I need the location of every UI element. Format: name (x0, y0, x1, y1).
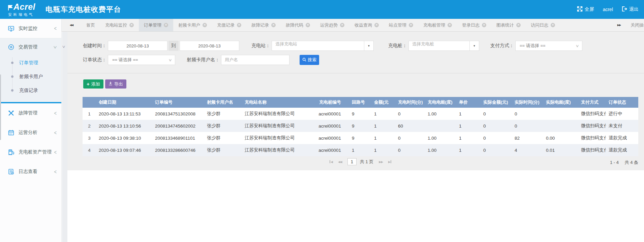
date-from-input[interactable]: 2020-08-13 (108, 41, 167, 51)
tab-chart-stats[interactable]: 图表统计✕ (491, 19, 526, 31)
col-charge-energy: 充电电能(度) (425, 97, 456, 108)
table-row[interactable]: 42020-08-13 09:07:462008133286600746张少群江… (83, 144, 638, 156)
pile-select[interactable]: 选择充电桩 ▼ (408, 41, 479, 51)
acrel-logo: Acrel 安科瑞电气 (8, 3, 35, 16)
sidebar-item-realtime-monitor[interactable]: 实时监控 < (0, 19, 61, 38)
first-page-button[interactable]: ◀ (330, 160, 333, 164)
fullscreen-button[interactable]: 全屏 (577, 6, 594, 13)
tab-close-icon[interactable]: ✕ (237, 23, 241, 27)
tab-home[interactable]: 首页 (81, 19, 100, 31)
export-button[interactable]: 导出 (105, 79, 126, 89)
tab-close-icon[interactable]: ✕ (516, 23, 521, 27)
chevron-left-icon: < (54, 130, 57, 136)
prev-page-button[interactable]: ◀◀ (338, 160, 342, 164)
search-button[interactable]: 搜索 (300, 55, 319, 65)
total-pages-label: 共 1 页 (360, 159, 373, 165)
tab-fault-records[interactable]: 故障记录✕ (246, 19, 281, 31)
sidebar-item-transaction-mgmt[interactable]: 交易管理 < (0, 38, 61, 56)
tab-order-mgmt[interactable]: 订单管理✕ (139, 19, 173, 31)
col-rfid-user: 射频卡用户名 (204, 97, 242, 108)
sidebar-item-recharge-records[interactable]: 充值记录 (0, 83, 61, 97)
pay-method-select[interactable]: == 请选择 == ∨ (515, 41, 582, 51)
collapse-chevron-icon: < (61, 45, 67, 48)
col-amount: 金额(元 (371, 97, 395, 108)
order-status-select[interactable]: == 请选择 == ∨ (108, 55, 175, 65)
date-to-input[interactable]: 2020-08-13 (180, 41, 239, 51)
orders-table: 创建日期 订单编号 射频卡用户名 充电站名称 充电桩编号 回路号 金额(元 充电… (83, 97, 638, 156)
page-number-input[interactable]: 1 (347, 158, 357, 165)
tab-recharge-records[interactable]: 充值记录✕ (212, 19, 246, 31)
tab-pile-mgmt[interactable]: 充电桩管理✕ (418, 19, 457, 31)
col-station-name: 充电站名称 (242, 97, 303, 108)
logout-button[interactable]: 退出 (622, 6, 639, 12)
tabs-scroll-right-button[interactable]: ▶▶ (612, 19, 626, 31)
download-icon (109, 81, 113, 87)
chevron-down-icon: < (52, 46, 58, 48)
tab-close-icon[interactable]: ✕ (129, 23, 134, 27)
tab-station-monitor[interactable]: 充电站监控✕ (100, 19, 139, 31)
table-row[interactable]: 32020-08-13 09:38:102008133468901101张少群江… (83, 132, 638, 144)
sidebar-item-pile-asset-mgmt[interactable]: 充电桩资产管理 < (0, 142, 61, 162)
logo-subtext: 安科瑞电气 (8, 13, 35, 16)
col-actual-minutes: 实际时间(分) (512, 97, 543, 108)
col-index (83, 97, 96, 108)
add-button[interactable]: + 添加 (83, 79, 103, 89)
next-page-button[interactable]: ▶▶ (379, 160, 383, 164)
tab-rfid-users[interactable]: 射频卡用户✕ (173, 19, 212, 31)
sidebar-item-log-view[interactable]: 日志查看 < (0, 162, 61, 181)
col-order-no: 订单编号 (152, 97, 204, 108)
sidebar: 实时监控 < 交易管理 < 订单管理 射频卡用户 充值记录 故障管理 (0, 19, 62, 242)
close-operations-menu[interactable]: 关闭操作 (626, 19, 644, 31)
tab-operation-trend[interactable]: 运营趋势✕ (315, 19, 349, 31)
sidebar-item-operation-analysis[interactable]: 运营分析 < (0, 123, 61, 142)
tab-visit-log[interactable]: 访问日志✕ (526, 19, 560, 31)
tab-fault-codes[interactable]: 故障代码✕ (281, 19, 315, 31)
tab-close-icon[interactable]: ✕ (340, 23, 344, 27)
col-actual-amount: 实际金额(元) (481, 97, 512, 108)
logout-icon (622, 6, 627, 12)
tab-close-icon[interactable]: ✕ (482, 23, 486, 27)
tab-login-log[interactable]: 登录日志✕ (457, 19, 491, 31)
sidebar-item-fault-mgmt[interactable]: 故障管理 < (0, 103, 61, 123)
table-header: 创建日期 订单编号 射频卡用户名 充电站名称 充电桩编号 回路号 金额(元 充电… (83, 97, 638, 108)
tab-close-icon[interactable]: ✕ (374, 23, 379, 27)
records-range: 1 - 4 (610, 160, 619, 165)
chevron-left-icon: < (54, 26, 57, 32)
charging-pile-icon (8, 149, 14, 155)
last-page-button[interactable]: ▶ (388, 160, 391, 164)
tab-site-mgmt[interactable]: 站点管理✕ (384, 19, 418, 31)
station-select[interactable]: 选择充电站 ▼ (272, 41, 374, 51)
logo-text: Acrel (13, 3, 35, 11)
dropdown-arrow-icon[interactable]: ▼ (469, 41, 479, 50)
table-row[interactable]: 12020-08-13 13:11:532008134751302008张少群江… (83, 108, 638, 120)
tab-revenue-query[interactable]: 收益查询✕ (349, 19, 384, 31)
chevron-left-icon: < (54, 110, 57, 116)
sidebar-scrollbar[interactable] (0, 74, 1, 140)
dropdown-arrow-icon[interactable]: ▼ (364, 41, 373, 50)
date-range-to-label: 到 (168, 41, 179, 51)
col-create-date: 创建日期 (96, 97, 152, 108)
username[interactable]: acrel (603, 7, 613, 12)
sidebar-submenu: 订单管理 射频卡用户 充值记录 (0, 56, 61, 97)
tab-close-icon[interactable]: ✕ (551, 23, 555, 27)
sidebar-item-rfid-users[interactable]: 射频卡用户 (0, 70, 61, 83)
pile-label: 充电桩： (388, 43, 407, 49)
table-toolbar: + 添加 导出 (83, 79, 126, 89)
tab-close-icon[interactable]: ✕ (306, 23, 310, 27)
tab-close-icon[interactable]: ✕ (271, 23, 276, 27)
tab-close-icon[interactable]: ✕ (164, 23, 168, 27)
pagination: ◀ ◀◀ 1 共 1 页 ▶▶ ▶ (83, 158, 638, 165)
create-time-label: 创建时间： (83, 43, 106, 49)
chevron-left-icon: < (54, 169, 57, 175)
panel-collapse-rail[interactable]: < (62, 32, 67, 242)
tabs-scroll-left-button[interactable]: ◀◀ (62, 19, 81, 31)
tab-close-icon[interactable]: ✕ (203, 23, 207, 27)
tab-close-icon[interactable]: ✕ (409, 23, 413, 27)
table-row[interactable]: 22020-08-13 13:10:562008134745602002张少群江… (83, 120, 638, 132)
sidebar-item-order-mgmt[interactable]: 订单管理 (0, 56, 61, 70)
pay-method-label: 支付方式： (490, 43, 514, 49)
app-header: Acrel 安科瑞电气 电瓶车充电桩收费平台 全屏 acrel 退出 (0, 0, 644, 19)
tab-close-icon[interactable]: ✕ (448, 23, 452, 27)
search-icon (302, 58, 306, 63)
rfid-username-input[interactable]: 用户名 (221, 55, 289, 65)
